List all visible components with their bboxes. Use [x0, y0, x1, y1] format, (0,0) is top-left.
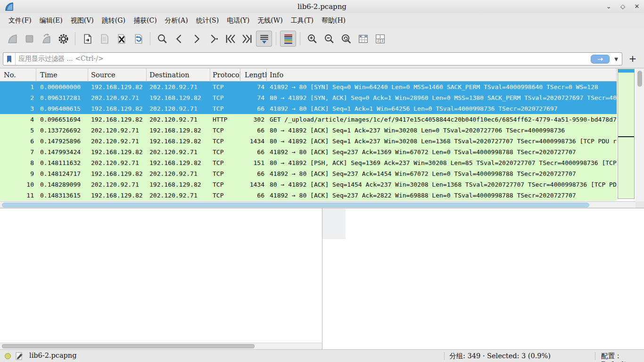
colorize-packets-button[interactable] — [280, 31, 296, 47]
packet-time-cell: 0.147993424 — [36, 147, 88, 157]
horizontal-scrollbar-thumb[interactable] — [2, 203, 589, 207]
start-capture-button[interactable] — [4, 31, 20, 47]
column-header-info[interactable]: Info — [267, 68, 617, 81]
packet-no-cell: 5 — [0, 125, 36, 136]
packet-info-cell: 41892 → 80 [ACK] Seq=237 Ack=1454 Win=67… — [267, 168, 617, 179]
menu-item-V[interactable]: 视图(V) — [67, 15, 98, 27]
details-scrollbar-thumb[interactable] — [2, 344, 255, 348]
go-forward-button[interactable] — [188, 31, 204, 47]
packet-destination-cell: 202.120.92.71 — [147, 114, 210, 125]
column-header-source[interactable]: Source — [88, 68, 147, 81]
packet-time-cell: 0.148289099 — [36, 179, 88, 190]
packet-source-cell: 192.168.129.82 — [88, 147, 147, 157]
packet-info-cell: 41892 → 80 [ACK] Seq=237 Ack=2822 Win=69… — [267, 190, 617, 201]
find-packet-button[interactable] — [154, 31, 170, 47]
menu-item-A[interactable]: 分析(A) — [161, 15, 192, 27]
menu-item-H[interactable]: 帮助(H) — [318, 15, 349, 27]
packet-row[interactable]: 110.148313615192.168.129.82202.120.92.71… — [0, 190, 617, 201]
go-forward-icon — [190, 33, 202, 45]
close-file-icon — [116, 33, 127, 45]
open-file-button[interactable] — [79, 31, 95, 47]
menu-item-G[interactable]: 跳转(G) — [98, 15, 129, 27]
column-header-no[interactable]: No. — [0, 68, 36, 81]
last-packet-button[interactable] — [239, 31, 255, 47]
packet-protocol-cell: TCP — [210, 92, 240, 103]
packet-details-pane[interactable] — [0, 208, 322, 349]
vertical-scrollbar-thumb[interactable] — [637, 71, 642, 87]
details-horizontal-scrollbar[interactable] — [0, 343, 322, 349]
apply-filter-button[interactable]: → — [591, 55, 610, 64]
first-packet-button[interactable] — [222, 31, 238, 47]
wireshark-window: lib6-2.pcapng ⌄ ◇ ✕ 文件(F)编辑(E)视图(V)跳转(G)… — [0, 0, 644, 362]
packet-bytes-pane[interactable] — [322, 208, 644, 349]
packet-no-cell: 9 — [0, 168, 36, 179]
packet-time-cell: 0.096651694 — [36, 114, 88, 125]
packet-info-cell: 41892 → 80 [ACK] Seq=237 Ack=1369 Win=67… — [267, 147, 617, 157]
expert-info-icon[interactable] — [5, 353, 11, 359]
packet-time-cell: 0.148111632 — [36, 157, 88, 168]
display-filter-input[interactable]: 应用显示过滤器 ... <Ctrl-/> → ▼ — [3, 52, 622, 66]
menu-item-Y[interactable]: 电话(Y) — [223, 15, 253, 27]
filter-bookmark-button[interactable] — [3, 53, 16, 65]
column-header-destination[interactable]: Destination — [147, 68, 210, 81]
maximize-button[interactable]: ◇ — [619, 2, 627, 11]
packet-list-horizontal-scrollbar[interactable] — [0, 201, 636, 208]
add-filter-button[interactable]: + — [627, 53, 638, 64]
stop-capture-icon — [24, 33, 35, 45]
packet-row[interactable]: 70.147993424192.168.129.82202.120.92.71T… — [0, 147, 617, 157]
go-to-packet-button[interactable] — [205, 31, 221, 47]
packet-length-cell: 66 — [240, 147, 267, 157]
packet-no-cell: 2 — [0, 92, 36, 103]
packet-info-cell: 80 → 41892 [ACK] Seq=1454 Ack=237 Win=30… — [267, 179, 617, 190]
resize-columns-button[interactable] — [355, 31, 371, 47]
column-header-protocol[interactable]: Protocol — [210, 68, 240, 81]
restart-capture-button[interactable] — [38, 31, 54, 47]
packet-row[interactable]: 50.133726692202.120.92.71192.168.129.82T… — [0, 125, 617, 136]
svg-text:2: 2 — [377, 39, 379, 42]
intelligent-scrollbar-minimap[interactable] — [618, 69, 635, 199]
zoom-in-button[interactable] — [304, 31, 320, 47]
column-header-length[interactable]: Length — [240, 68, 267, 81]
packet-row[interactable]: 100.148289099202.120.92.71192.168.129.82… — [0, 179, 617, 190]
menu-item-C[interactable]: 捕获(C) — [130, 15, 161, 27]
menu-item-E[interactable]: 编辑(E) — [36, 15, 66, 27]
column-header-time[interactable]: Time — [36, 68, 88, 81]
minimize-button[interactable]: ⌄ — [604, 2, 613, 11]
stop-capture-button[interactable] — [21, 31, 37, 47]
close-file-button[interactable] — [113, 31, 129, 47]
filter-dropdown-caret[interactable]: ▼ — [612, 57, 620, 62]
packet-length-cell: 1434 — [240, 179, 267, 190]
menu-item-T[interactable]: 工具(T) — [287, 15, 317, 27]
packet-row[interactable]: 60.147925896202.120.92.71192.168.129.82T… — [0, 136, 617, 147]
zoom-out-icon — [323, 33, 335, 45]
window-title: lib6-2.pcapng — [0, 2, 644, 11]
packet-row[interactable]: 90.148124717192.168.129.82202.120.92.71T… — [0, 168, 617, 179]
menu-item-S[interactable]: 统计(S) — [192, 15, 223, 27]
packet-row[interactable]: 20.096317281202.120.92.71192.168.129.82T… — [0, 92, 617, 103]
svg-text:3: 3 — [381, 39, 383, 42]
profile-selector[interactable]: 配置：Default — [601, 352, 644, 362]
zoom-reset-button[interactable] — [338, 31, 354, 47]
packet-length-cell: 302 — [240, 114, 267, 125]
packet-row[interactable]: 40.096651694192.168.129.82202.120.92.71H… — [0, 114, 617, 125]
auto-scroll-button[interactable] — [256, 31, 272, 47]
layout-button[interactable]: 123 — [372, 31, 388, 47]
profile-label: 配置： — [601, 352, 622, 360]
menu-item-F[interactable]: 文件(F) — [5, 15, 35, 27]
close-button[interactable]: ✕ — [633, 2, 641, 11]
packet-list-vertical-scrollbar[interactable] — [636, 68, 644, 201]
start-capture-icon — [7, 33, 18, 45]
packet-row[interactable]: 10.000000000192.168.129.82202.120.92.71T… — [0, 82, 617, 92]
capture-comment-icon[interactable] — [16, 352, 23, 360]
go-to-packet-icon — [207, 33, 219, 45]
open-file-icon — [82, 33, 93, 45]
menu-item-W[interactable]: 无线(W) — [254, 15, 286, 27]
capture-options-button[interactable] — [55, 31, 71, 47]
packet-row[interactable]: 30.096400615192.168.129.82202.120.92.71T… — [0, 103, 617, 114]
save-file-button[interactable] — [96, 31, 112, 47]
packet-source-cell: 202.120.92.71 — [88, 179, 147, 190]
zoom-out-button[interactable] — [321, 31, 337, 47]
reload-file-button[interactable] — [130, 31, 146, 47]
go-back-button[interactable] — [171, 31, 187, 47]
packet-row[interactable]: 80.148111632202.120.92.71192.168.129.82T… — [0, 157, 617, 168]
